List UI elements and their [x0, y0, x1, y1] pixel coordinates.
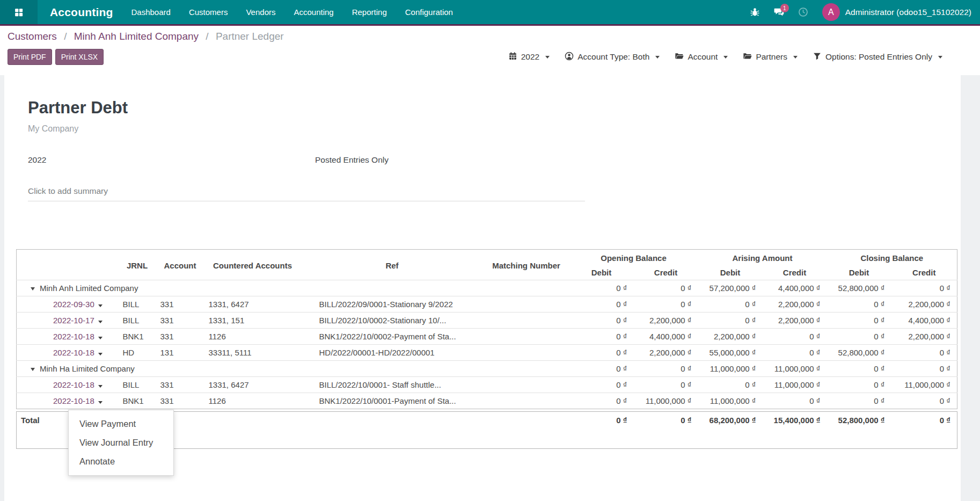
folder-icon — [743, 52, 752, 63]
amount-cell: 2,200,000 ₫ — [763, 313, 827, 329]
report-period: 2022 — [28, 155, 46, 164]
line-account: 331 — [156, 329, 204, 345]
line-matching-number — [484, 345, 569, 361]
filter-options-posted-entries-only[interactable]: Options: Posted Entries Only — [813, 52, 942, 63]
ledger-line-row: 2022-10-18BILL3311331, 6427BILL/2022/10/… — [17, 377, 957, 393]
amount-cell: 0 ₫ — [763, 345, 827, 361]
line-journal: HD — [119, 345, 156, 361]
chevron-down-icon — [31, 287, 35, 291]
filter-partners[interactable]: Partners — [743, 52, 798, 63]
line-countered-accounts: 1126 — [204, 393, 301, 409]
print-pdf-button[interactable]: Print PDF — [8, 49, 52, 65]
line-date-cell: 2022-10-18 — [17, 345, 119, 361]
partner-group-toggle[interactable]: Minh Anh Limited Company — [17, 280, 569, 296]
breadcrumb-separator: / — [203, 31, 211, 42]
breadcrumb-link-customers[interactable]: Customers — [8, 31, 57, 42]
amount-cell: 0 ₫ — [698, 377, 763, 393]
message-count-badge: 1 — [780, 4, 789, 12]
column-header-countered-accounts: Countered Accounts — [204, 250, 301, 280]
filter-account-type-both[interactable]: Account Type: Both — [565, 52, 660, 63]
context-menu-item-annotate[interactable]: Annotate — [69, 452, 173, 471]
line-account: 131 — [156, 345, 204, 361]
top-menu-item-configuration[interactable]: Configuration — [405, 5, 453, 19]
line-ref: HD/2022/00001-HD/2022/00001 — [301, 345, 484, 361]
breadcrumb-link-minh-anh-limited-company[interactable]: Minh Anh Limited Company — [74, 31, 199, 42]
line-countered-accounts: 1331, 151 — [204, 313, 301, 329]
column-group-arising-amount: Arising Amount — [698, 250, 827, 266]
line-date-dropdown[interactable]: 2022-10-18 — [53, 396, 94, 405]
top-menu-item-reporting[interactable]: Reporting — [352, 5, 387, 19]
total-amount-cell: 0 ₫ — [891, 412, 957, 449]
line-ref: BILL/2022/10/0001- Staff shuttle... — [301, 377, 484, 393]
line-matching-number — [484, 296, 569, 313]
amount-cell: 0 ₫ — [891, 280, 957, 296]
amount-cell: 0 ₫ — [827, 377, 891, 393]
summary-input[interactable]: Click to add summary — [28, 186, 585, 201]
amount-cell: 11,000,000 ₫ — [891, 377, 957, 393]
amount-cell: 0 ₫ — [569, 329, 634, 345]
line-date-cell: 2022-10-17 — [17, 313, 119, 329]
amount-cell: 2,200,000 ₫ — [763, 296, 827, 313]
line-date-dropdown[interactable]: 2022-10-17 — [53, 316, 94, 325]
column-header-empty — [17, 250, 119, 280]
chevron-down-icon — [98, 385, 103, 388]
line-countered-accounts: 1126 — [204, 329, 301, 345]
line-account: 331 — [156, 313, 204, 329]
filter-account[interactable]: Account — [675, 52, 728, 63]
messages-icon[interactable]: 1 — [774, 7, 784, 17]
chevron-down-icon — [31, 368, 35, 371]
top-menu-item-customers[interactable]: Customers — [189, 5, 228, 19]
amount-cell: 55,000,000 ₫ — [698, 345, 763, 361]
context-menu-item-view-payment[interactable]: View Payment — [69, 415, 173, 433]
activities-clock-icon[interactable] — [798, 7, 808, 17]
amount-cell: 52,800,000 ₫ — [827, 280, 891, 296]
amount-cell: 11,000,000 ₫ — [763, 361, 827, 377]
amount-cell: 0 ₫ — [569, 361, 634, 377]
amount-cell: 2,200,000 ₫ — [891, 329, 957, 345]
partner-group-toggle[interactable]: Minh Ha Limited Company — [17, 361, 569, 377]
amount-cell: 0 ₫ — [569, 345, 634, 361]
breadcrumb-separator: / — [61, 31, 70, 42]
partner-name: Minh Anh Limited Company — [40, 284, 138, 293]
top-menu-item-accounting[interactable]: Accounting — [294, 5, 333, 19]
apps-grid-icon — [13, 7, 24, 18]
content-area: Partner Debt My Company 2022 Posted Entr… — [0, 75, 980, 501]
line-date-dropdown[interactable]: 2022-10-18 — [53, 348, 94, 357]
line-countered-accounts: 1331, 6427 — [204, 377, 301, 393]
amount-cell: 0 ₫ — [569, 377, 634, 393]
apps-menu-button[interactable] — [0, 0, 38, 24]
line-journal: BILL — [119, 313, 156, 329]
debug-bug-icon[interactable] — [750, 7, 760, 17]
subcolumn-arising-amount-credit: Credit — [763, 265, 827, 280]
app-brand[interactable]: Accounting — [50, 6, 113, 19]
nav-right: 1 A Administrator (odoo15_15102022) — [750, 3, 980, 21]
print-xlsx-button[interactable]: Print XLSX — [55, 49, 104, 65]
filter-label: Account Type: Both — [577, 52, 649, 62]
user-menu[interactable]: A Administrator (odoo15_15102022) — [822, 3, 971, 21]
ledger-line-row: 2022-10-18BNK13311126BNK1/2022/10/0001-P… — [17, 393, 957, 409]
line-date-dropdown[interactable]: 2022-10-18 — [53, 380, 94, 389]
top-menu-item-vendors[interactable]: Vendors — [246, 5, 275, 19]
amount-cell: 57,200,000 ₫ — [698, 280, 763, 296]
line-matching-number — [484, 393, 569, 409]
amount-cell: 0 ₫ — [763, 393, 827, 409]
breadcrumb: Customers / Minh Anh Limited Company / P… — [8, 31, 972, 42]
amount-cell: 0 ₫ — [569, 296, 634, 313]
filter-2022[interactable]: 2022 — [508, 52, 550, 63]
chevron-down-icon — [98, 401, 103, 404]
line-date-dropdown[interactable]: 2022-09-30 — [53, 300, 94, 309]
context-menu-item-view-journal-entry[interactable]: View Journal Entry — [69, 433, 173, 452]
line-date-dropdown[interactable]: 2022-10-18 — [53, 332, 94, 341]
line-date-cell: 2022-09-30 — [17, 296, 119, 313]
amount-cell: 0 ₫ — [698, 296, 763, 313]
avatar: A — [822, 3, 840, 21]
amount-cell: 4,400,000 ₫ — [763, 280, 827, 296]
amount-cell: 0 ₫ — [698, 313, 763, 329]
top-menu-item-dashboard[interactable]: Dashboard — [131, 5, 171, 19]
amount-cell: 0 ₫ — [827, 313, 891, 329]
column-group-closing-balance: Closing Balance — [827, 250, 957, 266]
line-countered-accounts: 1331, 6427 — [204, 296, 301, 313]
line-date-cell: 2022-10-18 — [17, 393, 119, 409]
line-ref: BILL/2022/09/0001-Stationary 9/2022 — [301, 296, 484, 313]
amount-cell: 2,200,000 ₫ — [634, 313, 698, 329]
